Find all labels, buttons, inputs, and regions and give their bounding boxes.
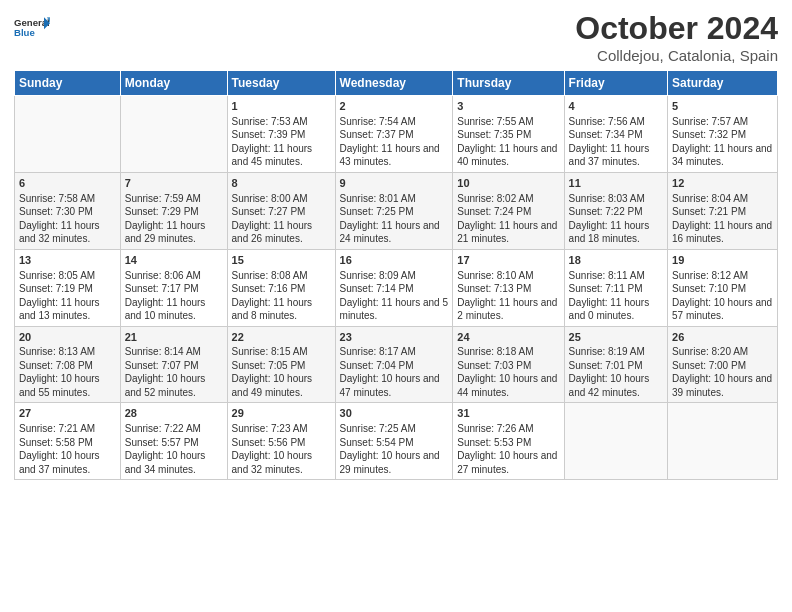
cell-1-4: 2Sunrise: 7:54 AMSunset: 7:37 PMDaylight… xyxy=(335,96,453,173)
day-number: 24 xyxy=(457,330,559,345)
cell-3-1: 13Sunrise: 8:05 AMSunset: 7:19 PMDayligh… xyxy=(15,249,121,326)
cell-text: Daylight: 10 hours and 42 minutes. xyxy=(569,373,650,398)
cell-2-7: 12Sunrise: 8:04 AMSunset: 7:21 PMDayligh… xyxy=(668,172,778,249)
cell-text: Daylight: 10 hours and 57 minutes. xyxy=(672,297,772,322)
cell-5-5: 31Sunrise: 7:26 AMSunset: 5:53 PMDayligh… xyxy=(453,403,564,480)
day-number: 29 xyxy=(232,406,331,421)
cell-text: Daylight: 11 hours and 43 minutes. xyxy=(340,143,440,168)
col-header-monday: Monday xyxy=(120,71,227,96)
cell-text: Daylight: 10 hours and 29 minutes. xyxy=(340,450,440,475)
cell-4-6: 25Sunrise: 8:19 AMSunset: 7:01 PMDayligh… xyxy=(564,326,667,403)
cell-3-5: 17Sunrise: 8:10 AMSunset: 7:13 PMDayligh… xyxy=(453,249,564,326)
cell-text: Sunrise: 7:57 AM xyxy=(672,116,748,127)
cell-text: Sunset: 5:54 PM xyxy=(340,437,414,448)
cell-text: Sunrise: 7:58 AM xyxy=(19,193,95,204)
cell-2-4: 9Sunrise: 8:01 AMSunset: 7:25 PMDaylight… xyxy=(335,172,453,249)
main-title: October 2024 xyxy=(575,10,778,47)
cell-text: Sunrise: 8:08 AM xyxy=(232,270,308,281)
cell-text: Sunrise: 8:12 AM xyxy=(672,270,748,281)
col-header-friday: Friday xyxy=(564,71,667,96)
cell-1-6: 4Sunrise: 7:56 AMSunset: 7:34 PMDaylight… xyxy=(564,96,667,173)
cell-1-7: 5Sunrise: 7:57 AMSunset: 7:32 PMDaylight… xyxy=(668,96,778,173)
day-number: 14 xyxy=(125,253,223,268)
logo-svg: General Blue xyxy=(14,10,50,46)
day-number: 26 xyxy=(672,330,773,345)
day-number: 11 xyxy=(569,176,663,191)
day-number: 21 xyxy=(125,330,223,345)
cell-text: Daylight: 10 hours and 44 minutes. xyxy=(457,373,557,398)
cell-1-1 xyxy=(15,96,121,173)
cell-4-2: 21Sunrise: 8:14 AMSunset: 7:07 PMDayligh… xyxy=(120,326,227,403)
cell-text: Daylight: 11 hours and 24 minutes. xyxy=(340,220,440,245)
cell-text: Daylight: 11 hours and 16 minutes. xyxy=(672,220,772,245)
cell-text: Daylight: 10 hours and 55 minutes. xyxy=(19,373,100,398)
cell-text: Daylight: 11 hours and 8 minutes. xyxy=(232,297,313,322)
cell-text: Sunrise: 7:55 AM xyxy=(457,116,533,127)
cell-text: Sunset: 7:16 PM xyxy=(232,283,306,294)
cell-5-1: 27Sunrise: 7:21 AMSunset: 5:58 PMDayligh… xyxy=(15,403,121,480)
cell-text: Daylight: 11 hours and 45 minutes. xyxy=(232,143,313,168)
cell-text: Daylight: 10 hours and 52 minutes. xyxy=(125,373,206,398)
cell-text: Sunrise: 7:25 AM xyxy=(340,423,416,434)
cell-text: Daylight: 10 hours and 39 minutes. xyxy=(672,373,772,398)
cell-1-5: 3Sunrise: 7:55 AMSunset: 7:35 PMDaylight… xyxy=(453,96,564,173)
cell-3-4: 16Sunrise: 8:09 AMSunset: 7:14 PMDayligh… xyxy=(335,249,453,326)
day-number: 17 xyxy=(457,253,559,268)
cell-text: Daylight: 11 hours and 32 minutes. xyxy=(19,220,100,245)
cell-text: Sunrise: 7:22 AM xyxy=(125,423,201,434)
cell-text: Sunrise: 8:03 AM xyxy=(569,193,645,204)
cell-text: Daylight: 10 hours and 34 minutes. xyxy=(125,450,206,475)
cell-text: Daylight: 11 hours and 40 minutes. xyxy=(457,143,557,168)
cell-text: Sunset: 7:24 PM xyxy=(457,206,531,217)
cell-text: Sunset: 7:03 PM xyxy=(457,360,531,371)
cell-text: Sunset: 5:53 PM xyxy=(457,437,531,448)
page-container: General Blue October 2024 Colldejou, Cat… xyxy=(0,0,792,490)
cell-text: Daylight: 10 hours and 27 minutes. xyxy=(457,450,557,475)
cell-text: Sunrise: 8:18 AM xyxy=(457,346,533,357)
cell-text: Sunrise: 7:59 AM xyxy=(125,193,201,204)
cell-2-1: 6Sunrise: 7:58 AMSunset: 7:30 PMDaylight… xyxy=(15,172,121,249)
day-number: 31 xyxy=(457,406,559,421)
cell-text: Sunrise: 7:53 AM xyxy=(232,116,308,127)
col-header-wednesday: Wednesday xyxy=(335,71,453,96)
cell-4-4: 23Sunrise: 8:17 AMSunset: 7:04 PMDayligh… xyxy=(335,326,453,403)
cell-2-2: 7Sunrise: 7:59 AMSunset: 7:29 PMDaylight… xyxy=(120,172,227,249)
cell-text: Sunset: 7:32 PM xyxy=(672,129,746,140)
cell-2-6: 11Sunrise: 8:03 AMSunset: 7:22 PMDayligh… xyxy=(564,172,667,249)
day-number: 1 xyxy=(232,99,331,114)
cell-text: Sunset: 5:58 PM xyxy=(19,437,93,448)
cell-text: Daylight: 11 hours and 2 minutes. xyxy=(457,297,557,322)
cell-text: Sunset: 7:27 PM xyxy=(232,206,306,217)
cell-text: Sunset: 7:21 PM xyxy=(672,206,746,217)
day-number: 28 xyxy=(125,406,223,421)
cell-text: Sunset: 7:22 PM xyxy=(569,206,643,217)
cell-text: Sunrise: 7:54 AM xyxy=(340,116,416,127)
cell-text: Sunrise: 8:13 AM xyxy=(19,346,95,357)
cell-1-2 xyxy=(120,96,227,173)
cell-text: Sunset: 7:05 PM xyxy=(232,360,306,371)
day-number: 4 xyxy=(569,99,663,114)
day-number: 22 xyxy=(232,330,331,345)
cell-text: Sunrise: 8:02 AM xyxy=(457,193,533,204)
week-row-3: 13Sunrise: 8:05 AMSunset: 7:19 PMDayligh… xyxy=(15,249,778,326)
cell-text: Daylight: 11 hours and 0 minutes. xyxy=(569,297,650,322)
col-header-thursday: Thursday xyxy=(453,71,564,96)
cell-text: Sunrise: 8:09 AM xyxy=(340,270,416,281)
cell-text: Sunrise: 8:20 AM xyxy=(672,346,748,357)
day-number: 5 xyxy=(672,99,773,114)
cell-5-7 xyxy=(668,403,778,480)
day-number: 20 xyxy=(19,330,116,345)
day-number: 3 xyxy=(457,99,559,114)
week-row-5: 27Sunrise: 7:21 AMSunset: 5:58 PMDayligh… xyxy=(15,403,778,480)
cell-text: Sunset: 7:35 PM xyxy=(457,129,531,140)
cell-text: Daylight: 11 hours and 10 minutes. xyxy=(125,297,206,322)
col-header-saturday: Saturday xyxy=(668,71,778,96)
day-number: 9 xyxy=(340,176,449,191)
cell-text: Sunrise: 8:11 AM xyxy=(569,270,645,281)
cell-text: Sunset: 7:10 PM xyxy=(672,283,746,294)
cell-1-3: 1Sunrise: 7:53 AMSunset: 7:39 PMDaylight… xyxy=(227,96,335,173)
cell-text: Sunrise: 7:56 AM xyxy=(569,116,645,127)
week-row-4: 20Sunrise: 8:13 AMSunset: 7:08 PMDayligh… xyxy=(15,326,778,403)
day-number: 19 xyxy=(672,253,773,268)
cell-2-3: 8Sunrise: 8:00 AMSunset: 7:27 PMDaylight… xyxy=(227,172,335,249)
